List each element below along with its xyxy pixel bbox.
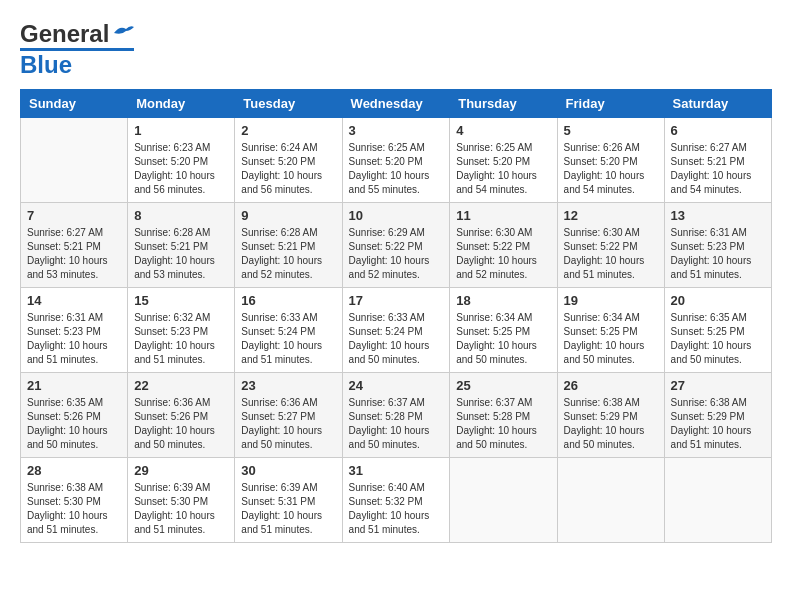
calendar-cell: 20Sunrise: 6:35 AMSunset: 5:25 PMDayligh… <box>664 288 771 373</box>
calendar-cell <box>450 458 557 543</box>
day-info: Sunrise: 6:36 AMSunset: 5:26 PMDaylight:… <box>134 396 228 452</box>
day-info: Sunrise: 6:38 AMSunset: 5:29 PMDaylight:… <box>671 396 765 452</box>
calendar-cell <box>664 458 771 543</box>
calendar-cell <box>21 118 128 203</box>
day-info: Sunrise: 6:31 AMSunset: 5:23 PMDaylight:… <box>671 226 765 282</box>
calendar-cell: 29Sunrise: 6:39 AMSunset: 5:30 PMDayligh… <box>128 458 235 543</box>
calendar-cell: 30Sunrise: 6:39 AMSunset: 5:31 PMDayligh… <box>235 458 342 543</box>
day-number: 8 <box>134 208 228 223</box>
logo-blue-text: Blue <box>20 51 72 78</box>
day-header-thursday: Thursday <box>450 90 557 118</box>
day-info: Sunrise: 6:32 AMSunset: 5:23 PMDaylight:… <box>134 311 228 367</box>
day-number: 4 <box>456 123 550 138</box>
day-info: Sunrise: 6:33 AMSunset: 5:24 PMDaylight:… <box>349 311 444 367</box>
day-header-friday: Friday <box>557 90 664 118</box>
calendar-cell: 17Sunrise: 6:33 AMSunset: 5:24 PMDayligh… <box>342 288 450 373</box>
day-info: Sunrise: 6:24 AMSunset: 5:20 PMDaylight:… <box>241 141 335 197</box>
day-number: 17 <box>349 293 444 308</box>
calendar-cell: 7Sunrise: 6:27 AMSunset: 5:21 PMDaylight… <box>21 203 128 288</box>
day-number: 13 <box>671 208 765 223</box>
calendar-cell: 14Sunrise: 6:31 AMSunset: 5:23 PMDayligh… <box>21 288 128 373</box>
calendar-week-row: 7Sunrise: 6:27 AMSunset: 5:21 PMDaylight… <box>21 203 772 288</box>
day-number: 29 <box>134 463 228 478</box>
day-number: 16 <box>241 293 335 308</box>
calendar-cell: 6Sunrise: 6:27 AMSunset: 5:21 PMDaylight… <box>664 118 771 203</box>
calendar-cell: 1Sunrise: 6:23 AMSunset: 5:20 PMDaylight… <box>128 118 235 203</box>
calendar-cell: 9Sunrise: 6:28 AMSunset: 5:21 PMDaylight… <box>235 203 342 288</box>
day-header-tuesday: Tuesday <box>235 90 342 118</box>
day-info: Sunrise: 6:30 AMSunset: 5:22 PMDaylight:… <box>564 226 658 282</box>
calendar-cell: 21Sunrise: 6:35 AMSunset: 5:26 PMDayligh… <box>21 373 128 458</box>
calendar-cell: 4Sunrise: 6:25 AMSunset: 5:20 PMDaylight… <box>450 118 557 203</box>
day-header-monday: Monday <box>128 90 235 118</box>
day-number: 2 <box>241 123 335 138</box>
calendar-cell: 31Sunrise: 6:40 AMSunset: 5:32 PMDayligh… <box>342 458 450 543</box>
day-number: 24 <box>349 378 444 393</box>
calendar-cell: 27Sunrise: 6:38 AMSunset: 5:29 PMDayligh… <box>664 373 771 458</box>
calendar-cell: 25Sunrise: 6:37 AMSunset: 5:28 PMDayligh… <box>450 373 557 458</box>
day-number: 3 <box>349 123 444 138</box>
calendar-cell: 24Sunrise: 6:37 AMSunset: 5:28 PMDayligh… <box>342 373 450 458</box>
day-header-sunday: Sunday <box>21 90 128 118</box>
calendar-cell: 28Sunrise: 6:38 AMSunset: 5:30 PMDayligh… <box>21 458 128 543</box>
day-number: 15 <box>134 293 228 308</box>
day-info: Sunrise: 6:30 AMSunset: 5:22 PMDaylight:… <box>456 226 550 282</box>
calendar-cell: 18Sunrise: 6:34 AMSunset: 5:25 PMDayligh… <box>450 288 557 373</box>
day-info: Sunrise: 6:37 AMSunset: 5:28 PMDaylight:… <box>456 396 550 452</box>
day-number: 7 <box>27 208 121 223</box>
day-number: 12 <box>564 208 658 223</box>
day-info: Sunrise: 6:28 AMSunset: 5:21 PMDaylight:… <box>241 226 335 282</box>
day-number: 19 <box>564 293 658 308</box>
day-number: 25 <box>456 378 550 393</box>
day-number: 23 <box>241 378 335 393</box>
day-info: Sunrise: 6:25 AMSunset: 5:20 PMDaylight:… <box>456 141 550 197</box>
calendar-cell <box>557 458 664 543</box>
day-number: 31 <box>349 463 444 478</box>
day-number: 6 <box>671 123 765 138</box>
day-info: Sunrise: 6:39 AMSunset: 5:30 PMDaylight:… <box>134 481 228 537</box>
day-number: 21 <box>27 378 121 393</box>
logo-bird-icon <box>112 23 134 41</box>
day-info: Sunrise: 6:35 AMSunset: 5:26 PMDaylight:… <box>27 396 121 452</box>
day-info: Sunrise: 6:25 AMSunset: 5:20 PMDaylight:… <box>349 141 444 197</box>
day-info: Sunrise: 6:37 AMSunset: 5:28 PMDaylight:… <box>349 396 444 452</box>
calendar-cell: 19Sunrise: 6:34 AMSunset: 5:25 PMDayligh… <box>557 288 664 373</box>
calendar-cell: 13Sunrise: 6:31 AMSunset: 5:23 PMDayligh… <box>664 203 771 288</box>
day-info: Sunrise: 6:34 AMSunset: 5:25 PMDaylight:… <box>456 311 550 367</box>
calendar-cell: 26Sunrise: 6:38 AMSunset: 5:29 PMDayligh… <box>557 373 664 458</box>
calendar-cell: 23Sunrise: 6:36 AMSunset: 5:27 PMDayligh… <box>235 373 342 458</box>
day-number: 18 <box>456 293 550 308</box>
calendar-cell: 22Sunrise: 6:36 AMSunset: 5:26 PMDayligh… <box>128 373 235 458</box>
logo-general-text: General <box>20 20 109 48</box>
day-info: Sunrise: 6:38 AMSunset: 5:30 PMDaylight:… <box>27 481 121 537</box>
day-number: 1 <box>134 123 228 138</box>
day-number: 26 <box>564 378 658 393</box>
calendar-cell: 11Sunrise: 6:30 AMSunset: 5:22 PMDayligh… <box>450 203 557 288</box>
calendar-week-row: 28Sunrise: 6:38 AMSunset: 5:30 PMDayligh… <box>21 458 772 543</box>
calendar-cell: 2Sunrise: 6:24 AMSunset: 5:20 PMDaylight… <box>235 118 342 203</box>
day-info: Sunrise: 6:26 AMSunset: 5:20 PMDaylight:… <box>564 141 658 197</box>
calendar-week-row: 1Sunrise: 6:23 AMSunset: 5:20 PMDaylight… <box>21 118 772 203</box>
day-number: 27 <box>671 378 765 393</box>
calendar-table: SundayMondayTuesdayWednesdayThursdayFrid… <box>20 89 772 543</box>
day-info: Sunrise: 6:28 AMSunset: 5:21 PMDaylight:… <box>134 226 228 282</box>
calendar-week-row: 14Sunrise: 6:31 AMSunset: 5:23 PMDayligh… <box>21 288 772 373</box>
day-info: Sunrise: 6:38 AMSunset: 5:29 PMDaylight:… <box>564 396 658 452</box>
day-info: Sunrise: 6:23 AMSunset: 5:20 PMDaylight:… <box>134 141 228 197</box>
page-header: General Blue <box>20 20 772 79</box>
calendar-cell: 15Sunrise: 6:32 AMSunset: 5:23 PMDayligh… <box>128 288 235 373</box>
calendar-week-row: 21Sunrise: 6:35 AMSunset: 5:26 PMDayligh… <box>21 373 772 458</box>
day-number: 11 <box>456 208 550 223</box>
day-info: Sunrise: 6:39 AMSunset: 5:31 PMDaylight:… <box>241 481 335 537</box>
day-number: 30 <box>241 463 335 478</box>
day-info: Sunrise: 6:27 AMSunset: 5:21 PMDaylight:… <box>671 141 765 197</box>
day-number: 22 <box>134 378 228 393</box>
day-info: Sunrise: 6:31 AMSunset: 5:23 PMDaylight:… <box>27 311 121 367</box>
day-number: 10 <box>349 208 444 223</box>
calendar-cell: 12Sunrise: 6:30 AMSunset: 5:22 PMDayligh… <box>557 203 664 288</box>
calendar-cell: 8Sunrise: 6:28 AMSunset: 5:21 PMDaylight… <box>128 203 235 288</box>
day-info: Sunrise: 6:35 AMSunset: 5:25 PMDaylight:… <box>671 311 765 367</box>
day-number: 9 <box>241 208 335 223</box>
day-number: 20 <box>671 293 765 308</box>
day-info: Sunrise: 6:33 AMSunset: 5:24 PMDaylight:… <box>241 311 335 367</box>
